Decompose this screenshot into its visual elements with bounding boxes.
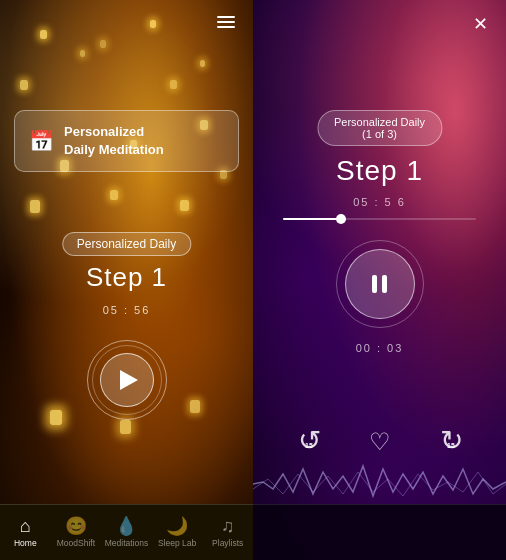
sleep-lab-label: Sleep Lab xyxy=(158,538,196,548)
right-panel: ✕ Personalized Daily (1 of 3) Step 1 05 … xyxy=(253,0,506,560)
svg-text:↻: ↻ xyxy=(439,425,462,456)
right-step-badge: Personalized Daily (1 of 3) xyxy=(317,110,442,146)
nav-meditations[interactable]: 💧 Meditations xyxy=(101,505,152,560)
step-title-left: Step 1 xyxy=(0,262,253,293)
svg-text:15: 15 xyxy=(305,442,313,449)
nav-playlists[interactable]: ♫ Playlists xyxy=(202,505,253,560)
meditations-label: Meditations xyxy=(105,538,148,548)
elapsed-time: 00 : 03 xyxy=(253,342,506,354)
bottom-nav-left: ⌂ Home 😊 MoodShift 💧 Meditations 🌙 Sleep… xyxy=(0,504,253,560)
play-ring xyxy=(87,340,167,420)
right-bottom-nav xyxy=(253,504,506,560)
menu-line-1 xyxy=(217,16,235,18)
playlists-label: Playlists xyxy=(212,538,243,548)
menu-line-2 xyxy=(217,21,235,23)
calendar-icon: 📅 xyxy=(29,129,54,153)
playlists-icon: ♫ xyxy=(221,517,235,535)
pause-bar-left xyxy=(372,275,377,293)
pause-button[interactable] xyxy=(345,249,415,319)
pause-button-wrap xyxy=(336,240,424,328)
play-icon xyxy=(120,370,138,390)
play-button-wrap xyxy=(87,340,167,420)
moodshift-icon: 😊 xyxy=(65,517,87,535)
nav-sleep-lab[interactable]: 🌙 Sleep Lab xyxy=(152,505,203,560)
progress-fill xyxy=(283,218,341,220)
nav-moodshift[interactable]: 😊 MoodShift xyxy=(51,505,102,560)
progress-dot xyxy=(336,214,346,224)
progress-bar[interactable] xyxy=(283,218,476,220)
card-text: Personalized Daily Meditation xyxy=(64,123,164,159)
close-button[interactable]: ✕ xyxy=(468,12,492,36)
pause-ring xyxy=(336,240,424,328)
hamburger-menu[interactable] xyxy=(213,12,239,32)
meditation-card[interactable]: 📅 Personalized Daily Meditation xyxy=(14,110,239,172)
menu-line-3 xyxy=(217,26,235,28)
heart-icon: ♡ xyxy=(369,428,391,456)
right-badge-line2: (1 of 3) xyxy=(334,128,425,140)
meditations-icon: 💧 xyxy=(115,517,137,535)
duration-right: 05 : 5 6 xyxy=(253,196,506,208)
sleep-lab-icon: 🌙 xyxy=(166,517,188,535)
svg-text:15: 15 xyxy=(447,442,455,449)
right-badge-line1: Personalized Daily xyxy=(334,116,425,128)
svg-text:↺: ↺ xyxy=(297,425,320,456)
left-panel: 📅 Personalized Daily Meditation Personal… xyxy=(0,0,253,560)
play-button[interactable] xyxy=(100,353,154,407)
step-title-right: Step 1 xyxy=(253,155,506,187)
home-icon: ⌂ xyxy=(20,517,31,535)
waveform xyxy=(253,454,506,504)
nav-home[interactable]: ⌂ Home xyxy=(0,505,51,560)
home-label: Home xyxy=(14,538,37,548)
moodshift-label: MoodShift xyxy=(57,538,95,548)
personalized-daily-badge[interactable]: Personalized Daily xyxy=(62,232,191,256)
pause-bar-right xyxy=(382,275,387,293)
timer-left: 05 : 56 xyxy=(0,304,253,316)
waveform-svg xyxy=(253,454,506,504)
